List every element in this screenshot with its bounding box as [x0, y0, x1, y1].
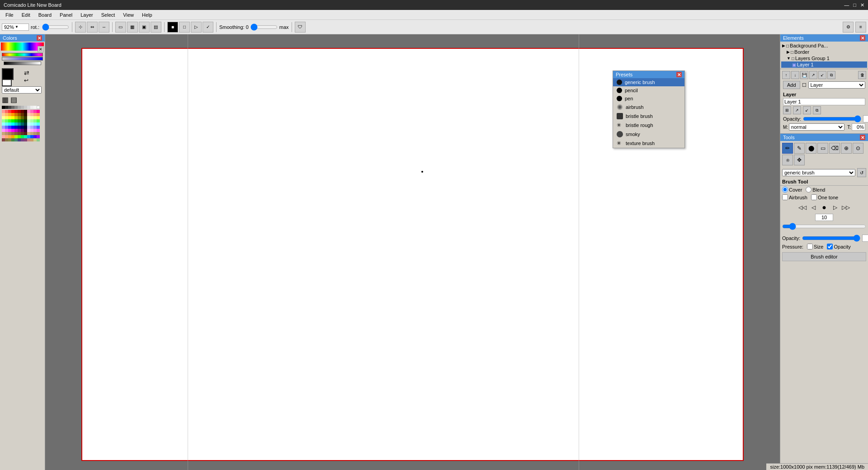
color-swatch[interactable] [30, 113, 33, 116]
brush-size-input[interactable]: 10 [815, 214, 833, 221]
color-swatch[interactable] [11, 110, 14, 113]
color-swatch[interactable] [5, 135, 8, 138]
color-swatch[interactable] [2, 129, 5, 132]
color-swatch[interactable] [14, 122, 18, 126]
color-swatch[interactable] [21, 110, 24, 113]
layer-save-btn[interactable]: 💾 [800, 71, 808, 79]
color-swatch[interactable] [27, 138, 30, 141]
preset-airbrush[interactable]: airbrush [613, 103, 684, 112]
preset-smoky[interactable]: smoky [613, 130, 684, 139]
mode-select[interactable]: normal multiply screen [789, 123, 844, 131]
color-swatch[interactable] [5, 138, 8, 141]
color-swatch[interactable] [27, 122, 30, 126]
color-swatch[interactable] [30, 110, 33, 113]
color-swatch[interactable] [5, 106, 8, 109]
opacity-slider[interactable] [803, 115, 861, 122]
color-swatch[interactable] [11, 126, 14, 129]
tools-opacity-slider[interactable] [802, 235, 860, 242]
color-swatch[interactable] [24, 116, 27, 119]
color-swatch[interactable] [2, 122, 5, 126]
color-swatch[interactable] [27, 126, 30, 129]
color-swatch[interactable] [8, 119, 11, 122]
preset-pen[interactable]: pen [613, 94, 684, 103]
color-swatch[interactable] [33, 132, 37, 135]
hue-slider[interactable] [2, 53, 43, 56]
menu-view[interactable]: View [119, 11, 137, 19]
color-swatch[interactable] [2, 138, 5, 141]
color-swatch[interactable] [21, 126, 24, 129]
color-swatch[interactable] [18, 126, 21, 129]
color-swatch[interactable] [24, 110, 27, 113]
rect-tool-btn[interactable]: ▭ [817, 143, 828, 154]
canvas-btn-4[interactable]: ▤ [151, 22, 161, 33]
color-swatch[interactable] [5, 119, 8, 122]
brush-arrow-right-right[interactable]: ▷▷ [841, 203, 850, 212]
color-swatch[interactable] [11, 132, 14, 135]
layer-import-btn[interactable]: ↙ [818, 71, 826, 79]
cover-radio[interactable] [782, 187, 788, 193]
brush-type-select[interactable]: generic brush pencil pen airbrush [782, 169, 855, 176]
layer-type-select[interactable]: Layer Group Folder [808, 81, 865, 89]
tree-item-border[interactable]: ▶ □ Border [781, 49, 867, 55]
canvas-btn-1[interactable]: ▭ [115, 22, 126, 33]
color-swatch[interactable] [33, 138, 37, 141]
color-swatch[interactable] [8, 129, 11, 132]
color-swatch[interactable] [14, 126, 18, 129]
color-swatch[interactable] [33, 113, 37, 116]
color-swatch[interactable] [11, 129, 14, 132]
color-swatch[interactable] [21, 113, 24, 116]
color-swatch[interactable] [33, 129, 37, 132]
color-swatch[interactable] [33, 110, 37, 113]
color-swatch[interactable] [27, 116, 30, 119]
color-swatch[interactable] [2, 132, 5, 135]
zoom-dropdown-icon[interactable]: ▼ [15, 25, 19, 29]
lasso-tool-btn[interactable]: ⊙ [853, 143, 863, 154]
tree-item-layers-group[interactable]: ▼ □ Layers Group 1 [781, 55, 867, 61]
brush-arrow-right[interactable]: ▷ [830, 203, 840, 212]
color-swatch[interactable] [37, 135, 40, 138]
toolbar-extra-2[interactable]: ≡ [855, 22, 866, 33]
color-swatch[interactable] [33, 122, 37, 126]
color-swatch[interactable] [27, 110, 30, 113]
color-swatch[interactable] [8, 106, 11, 109]
color-swatch[interactable] [5, 129, 8, 132]
menu-file[interactable]: File [2, 11, 17, 19]
maximize-btn[interactable]: □ [853, 2, 856, 8]
color-swatch[interactable] [5, 122, 8, 126]
close-btn[interactable]: ✕ [860, 2, 864, 8]
brush-tool-btn[interactable]: ✏ [782, 143, 793, 154]
color-swatch[interactable] [8, 113, 11, 116]
color-swatch[interactable] [14, 135, 18, 138]
color-swatch[interactable] [14, 116, 18, 119]
toolbar-extra-1[interactable]: ⚙ [843, 22, 854, 33]
color-swatch[interactable] [8, 116, 11, 119]
color-swatch[interactable] [27, 113, 30, 116]
fill-tool-btn[interactable]: ⬤ [806, 143, 816, 154]
color-swatch[interactable] [24, 122, 27, 126]
color-swatch[interactable] [14, 132, 18, 135]
layer-icon-4[interactable]: ⧉ [813, 106, 821, 114]
sat-slider[interactable] [2, 57, 43, 61]
color-swatch[interactable] [14, 129, 18, 132]
color-swatch[interactable] [21, 129, 24, 132]
color-swatch[interactable] [18, 106, 21, 109]
tools-opacity-value[interactable]: 100 [862, 235, 868, 242]
brush-arrow-left-left[interactable]: ◁◁ [798, 203, 807, 212]
color-swatch[interactable] [2, 106, 5, 109]
preset-dropdown[interactable]: default [2, 86, 42, 94]
menu-help[interactable]: Help [138, 11, 156, 19]
color-swatch[interactable] [11, 138, 14, 141]
grid-view-icon[interactable]: ▦ [2, 95, 9, 104]
pressure-size-checkbox[interactable] [807, 244, 813, 249]
preset-texture-brush[interactable]: ✳ texture brush [613, 139, 684, 148]
color-swatch[interactable] [30, 138, 33, 141]
color-swatch[interactable] [18, 132, 21, 135]
color-swatch[interactable] [33, 116, 37, 119]
brush-editor-btn[interactable]: Brush editor [782, 252, 866, 261]
color-swatch[interactable] [18, 119, 21, 122]
val-slider[interactable] [4, 61, 41, 65]
color-swatch[interactable] [37, 113, 40, 116]
menu-edit[interactable]: Edit [18, 11, 34, 19]
color-swatch[interactable] [18, 122, 21, 126]
layer-delete-btn[interactable]: 🗑 [858, 71, 866, 79]
